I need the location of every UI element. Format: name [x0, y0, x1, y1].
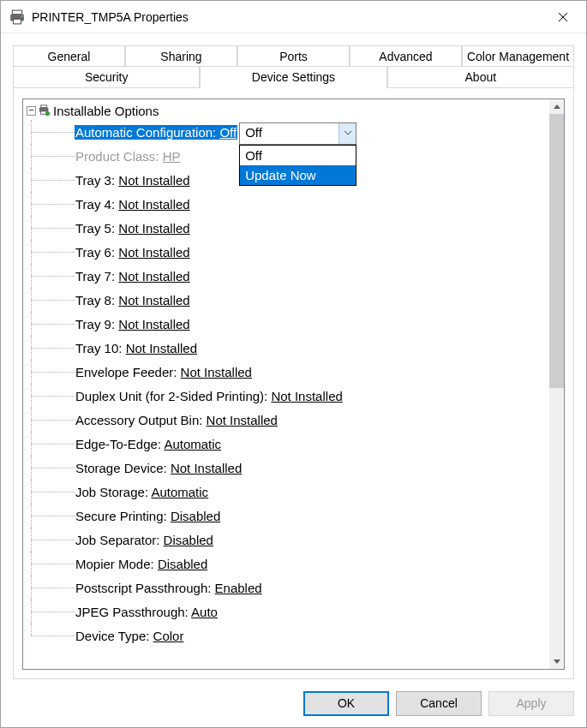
dropdown-option[interactable]: Update Now	[240, 165, 356, 185]
tree-item-label: Accessory Output Bin: Not Installed	[75, 413, 279, 427]
tree-branch-icon	[27, 216, 75, 240]
tree-branch-icon	[27, 480, 75, 504]
tree-branch-icon	[27, 240, 75, 264]
tree-item[interactable]: Secure Printing: Disabled	[27, 504, 549, 528]
tree-branch-icon	[27, 312, 75, 336]
tab-about[interactable]: About	[387, 66, 574, 88]
properties-dialog: PRINTER_TMP5A Properties GeneralSharingP…	[0, 0, 587, 728]
tree-item-label: Tray 7: Not Installed	[75, 269, 191, 283]
tree-item-label: Secure Printing: Disabled	[75, 509, 221, 523]
tree-item-label: Automatic Configuration: Off	[75, 125, 237, 140]
svg-rect-5	[41, 105, 47, 108]
tree-item-label: Job Separator: Disabled	[75, 533, 214, 547]
tree-branch-icon	[27, 192, 75, 216]
tree-root-label: Installable Options	[53, 104, 159, 118]
tree-item[interactable]: Tray 6: Not Installed	[27, 240, 549, 264]
tree-branch-icon	[27, 624, 75, 647]
cancel-button[interactable]: Cancel	[396, 691, 482, 716]
svg-point-3	[21, 15, 23, 16]
tab-color-management[interactable]: Color Management	[462, 45, 574, 67]
tree-root-row[interactable]: Installable Options	[27, 101, 549, 120]
tree-item-label: Tray 4: Not Installed	[75, 197, 191, 212]
tree-item[interactable]: Tray 8: Not Installed	[27, 288, 549, 312]
tree-branch-icon	[27, 288, 75, 312]
ok-button[interactable]: OK	[303, 691, 389, 716]
tree-item[interactable]: Job Storage: Automatic	[27, 480, 549, 504]
dropdown-option[interactable]: Off	[240, 146, 356, 165]
tree-item-label: Envelope Feeder: Not Installed	[75, 365, 253, 379]
tab-strip: GeneralSharingPortsAdvancedColor Managem…	[13, 45, 574, 88]
tree-item-label: Device Type: Color	[75, 629, 184, 643]
tab-general[interactable]: General	[13, 45, 125, 67]
tree-item[interactable]: JPEG Passthrough: Auto	[27, 600, 549, 624]
tree-item-label: Tray 10: Not Installed	[75, 341, 198, 355]
tree-branch-icon	[27, 168, 75, 192]
tab-device-settings[interactable]: Device Settings	[200, 66, 386, 88]
tree-item[interactable]: Tray 5: Not Installed	[27, 216, 549, 240]
tree-branch-icon	[27, 336, 75, 360]
close-button[interactable]	[543, 1, 583, 33]
tree-item[interactable]: Storage Device: Not Installed	[27, 456, 549, 480]
tab-ports[interactable]: Ports	[237, 45, 350, 67]
tree-item[interactable]: Duplex Unit (for 2-Sided Printing): Not …	[27, 384, 549, 408]
tree-item[interactable]: Tray 7: Not Installed	[27, 264, 549, 288]
tab-security[interactable]: Security	[13, 66, 200, 88]
tree-branch-icon	[27, 576, 75, 600]
tree-item[interactable]: Mopier Mode: Disabled	[27, 552, 549, 576]
tab-sharing[interactable]: Sharing	[125, 45, 237, 67]
tree-item-label: Product Class: HP	[75, 149, 182, 164]
tree-item-label: Tray 8: Not Installed	[75, 293, 191, 307]
printer-wrench-icon	[39, 104, 51, 116]
tree-branch-icon	[27, 360, 75, 384]
tree-item[interactable]: Postscript Passthrough: Enabled	[27, 576, 549, 600]
tree-branch-icon	[27, 552, 75, 576]
tree-branch-icon	[27, 408, 75, 432]
tree-branch-icon	[27, 432, 75, 456]
collapse-icon[interactable]	[27, 106, 36, 116]
vertical-scrollbar[interactable]	[549, 99, 564, 669]
tree-item-label: Job Storage: Automatic	[75, 485, 209, 499]
svg-rect-2	[14, 19, 21, 24]
tree-item-label: Postscript Passthrough: Enabled	[75, 581, 263, 595]
tree-item-label: Storage Device: Not Installed	[75, 461, 243, 475]
svg-point-7	[45, 111, 50, 116]
tree-item-label: Tray 6: Not Installed	[75, 245, 191, 260]
tab-panel-device-settings: Installable Options Automatic Configurat…	[13, 88, 574, 679]
printer-icon	[9, 9, 25, 25]
tree-item[interactable]: Accessory Output Bin: Not Installed	[27, 408, 549, 432]
tree-item-label: Edge-To-Edge: Automatic	[75, 437, 222, 451]
tree-item-label: Mopier Mode: Disabled	[75, 557, 208, 571]
tree-item[interactable]: Edge-To-Edge: Automatic	[27, 432, 549, 456]
scroll-down-icon[interactable]	[549, 654, 564, 669]
tree-branch-icon	[27, 384, 75, 408]
tree-item[interactable]: Tray 9: Not Installed	[27, 312, 549, 336]
tree-item[interactable]: Job Separator: Disabled	[27, 528, 549, 552]
tree-item-label: Tray 5: Not Installed	[75, 221, 191, 236]
scroll-up-icon[interactable]	[549, 99, 564, 114]
tree-branch-icon	[27, 264, 75, 288]
dropdown-value: Off	[240, 123, 338, 144]
tree-branch-icon	[27, 456, 75, 480]
dialog-body: GeneralSharingPortsAdvancedColor Managem…	[1, 33, 586, 679]
tree-item-label: JPEG Passthrough: Auto	[75, 605, 219, 619]
apply-button: Apply	[488, 691, 574, 716]
tree-item[interactable]: Device Type: Color	[27, 624, 549, 647]
titlebar: PRINTER_TMP5A Properties	[1, 1, 586, 33]
chevron-down-icon[interactable]	[338, 123, 356, 144]
tree-branch-icon	[27, 600, 75, 624]
tree-item[interactable]: Envelope Feeder: Not Installed	[27, 360, 549, 384]
dropdown-control[interactable]: Off	[239, 122, 356, 145]
window-title: PRINTER_TMP5A Properties	[32, 10, 543, 24]
tree-item[interactable]: Tray 4: Not Installed	[27, 192, 549, 216]
tree-item-label: Tray 3: Not Installed	[75, 173, 191, 188]
tree-branch-icon	[27, 144, 75, 168]
settings-tree: Installable Options Automatic Configurat…	[22, 98, 565, 670]
scrollbar-thumb[interactable]	[549, 114, 564, 388]
tree-branch-icon	[27, 120, 75, 144]
tree-branch-icon	[27, 528, 75, 552]
svg-rect-0	[12, 10, 21, 15]
tab-advanced[interactable]: Advanced	[350, 45, 462, 67]
tree-item-label: Tray 9: Not Installed	[75, 317, 191, 331]
dialog-footer: OK Cancel Apply	[1, 679, 586, 727]
tree-item[interactable]: Tray 10: Not Installed	[27, 336, 549, 360]
